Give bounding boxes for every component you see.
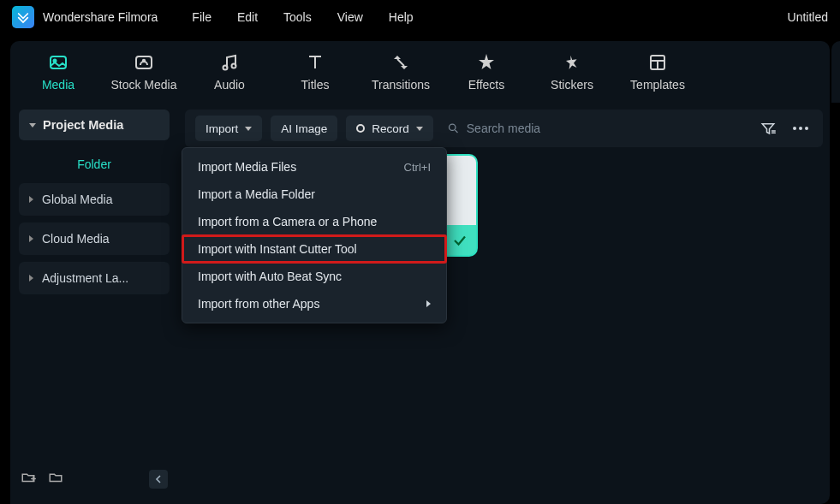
effects-icon bbox=[476, 52, 497, 73]
tab-label: Titles bbox=[301, 78, 330, 92]
sidebar-header-project-media[interactable]: Project Media bbox=[19, 110, 170, 140]
ai-image-label: AI Image bbox=[281, 122, 327, 135]
sidebar-item-label: Adjustment La... bbox=[42, 271, 128, 285]
tab-effects[interactable]: Effects bbox=[447, 41, 526, 103]
dd-shortcut: Ctrl+I bbox=[404, 161, 431, 174]
stock-media-icon bbox=[134, 52, 154, 73]
tab-label: Stickers bbox=[551, 78, 593, 92]
dd-label: Import Media Files bbox=[198, 160, 296, 174]
sidebar-item-cloud-media[interactable]: Cloud Media bbox=[19, 222, 170, 255]
sidebar-item-label: Cloud Media bbox=[42, 232, 110, 246]
transitions-icon bbox=[390, 52, 411, 73]
chevron-right-icon bbox=[29, 235, 33, 242]
sidebar-header-label: Project Media bbox=[43, 118, 123, 132]
dd-label: Import with Auto Beat Sync bbox=[198, 270, 342, 283]
app-logo bbox=[12, 6, 34, 28]
right-panel-sliver bbox=[831, 41, 840, 103]
folder-icon[interactable] bbox=[48, 470, 63, 489]
sidebar-folder-label: Folder bbox=[77, 157, 111, 171]
sidebar-folder[interactable]: Folder bbox=[19, 149, 170, 183]
record-button[interactable]: Record bbox=[346, 116, 433, 141]
dd-label: Import with Instant Cutter Tool bbox=[198, 242, 357, 256]
dd-import-media-folder[interactable]: Import a Media Folder bbox=[182, 181, 446, 208]
more-options-button[interactable] bbox=[789, 127, 813, 130]
document-title: Untitled bbox=[788, 10, 828, 24]
search-input[interactable] bbox=[467, 122, 748, 135]
svg-rect-0 bbox=[51, 56, 66, 68]
svg-point-4 bbox=[223, 66, 228, 70]
chevron-down-icon bbox=[416, 127, 423, 131]
menu-edit[interactable]: Edit bbox=[237, 10, 258, 24]
chevron-right-icon bbox=[426, 300, 431, 307]
svg-point-7 bbox=[449, 124, 455, 130]
dd-import-camera-phone[interactable]: Import from a Camera or a Phone bbox=[182, 208, 446, 235]
record-icon bbox=[356, 124, 365, 133]
dd-label: Import a Media Folder bbox=[198, 187, 315, 201]
main-area: Media Stock Media Audio Titles Transitio… bbox=[10, 41, 830, 504]
dd-label: Import from other Apps bbox=[198, 297, 319, 311]
app-title: Wondershare Filmora bbox=[43, 10, 158, 24]
templates-icon bbox=[647, 52, 668, 73]
sidebar: Project Media Folder Global Media Cloud … bbox=[10, 103, 178, 504]
import-dropdown: Import Media Files Ctrl+I Import a Media… bbox=[182, 147, 447, 323]
collapse-sidebar-button[interactable] bbox=[149, 470, 168, 489]
chevron-down-icon bbox=[245, 127, 252, 131]
sidebar-item-adjustment-layer[interactable]: Adjustment La... bbox=[19, 262, 170, 294]
tab-label: Templates bbox=[630, 78, 685, 92]
sidebar-item-label: Global Media bbox=[42, 193, 113, 206]
dd-import-auto-beat-sync[interactable]: Import with Auto Beat Sync bbox=[182, 263, 446, 290]
search-icon bbox=[447, 122, 460, 135]
import-label: Import bbox=[206, 122, 238, 135]
tab-label: Audio bbox=[214, 78, 245, 92]
svg-point-5 bbox=[232, 64, 236, 68]
menu-view[interactable]: View bbox=[337, 10, 363, 24]
menu-tools[interactable]: Tools bbox=[283, 10, 312, 24]
content-toolbar: Import AI Image Record bbox=[185, 110, 823, 147]
chevron-right-icon bbox=[29, 196, 33, 203]
import-button[interactable]: Import bbox=[195, 116, 262, 141]
search-field[interactable] bbox=[442, 122, 748, 135]
tab-label: Effects bbox=[468, 78, 505, 92]
svg-point-3 bbox=[143, 60, 145, 62]
chevron-right-icon bbox=[29, 275, 33, 282]
tab-label: Transitions bbox=[372, 78, 430, 92]
dd-import-media-files[interactable]: Import Media Files Ctrl+I bbox=[182, 153, 446, 181]
sidebar-footer bbox=[19, 465, 170, 497]
top-tabs: Media Stock Media Audio Titles Transitio… bbox=[10, 41, 830, 103]
tab-stickers[interactable]: Stickers bbox=[533, 41, 611, 103]
tab-templates[interactable]: Templates bbox=[618, 41, 697, 103]
more-icon bbox=[793, 127, 808, 130]
media-icon bbox=[48, 52, 69, 73]
filter-button[interactable] bbox=[756, 121, 780, 136]
media-thumbnail[interactable] bbox=[444, 154, 478, 257]
tab-transitions[interactable]: Transitions bbox=[361, 41, 440, 103]
chevron-down-icon bbox=[29, 123, 36, 127]
tab-label: Stock Media bbox=[110, 78, 176, 92]
audio-icon bbox=[219, 52, 240, 73]
dd-import-other-apps[interactable]: Import from other Apps bbox=[182, 290, 446, 317]
dd-label: Import from a Camera or a Phone bbox=[198, 215, 377, 228]
dd-import-instant-cutter[interactable]: Import with Instant Cutter Tool bbox=[182, 235, 446, 263]
titlebar: Wondershare Filmora File Edit Tools View… bbox=[0, 0, 840, 34]
check-icon bbox=[452, 233, 468, 248]
tab-stock-media[interactable]: Stock Media bbox=[104, 41, 183, 103]
menu-help[interactable]: Help bbox=[389, 10, 414, 24]
tab-audio[interactable]: Audio bbox=[190, 41, 269, 103]
tab-label: Media bbox=[42, 78, 74, 92]
tab-media[interactable]: Media bbox=[19, 41, 98, 103]
titles-icon bbox=[305, 52, 325, 73]
new-folder-icon[interactable] bbox=[21, 470, 36, 489]
content-panel: Import AI Image Record bbox=[178, 103, 830, 504]
stickers-icon bbox=[562, 52, 582, 73]
ai-image-button[interactable]: AI Image bbox=[271, 116, 337, 141]
sidebar-item-global-media[interactable]: Global Media bbox=[19, 183, 170, 216]
record-label: Record bbox=[372, 122, 409, 135]
menubar: File Edit Tools View Help bbox=[192, 10, 413, 24]
tab-titles[interactable]: Titles bbox=[276, 41, 354, 103]
menu-file[interactable]: File bbox=[192, 10, 211, 24]
